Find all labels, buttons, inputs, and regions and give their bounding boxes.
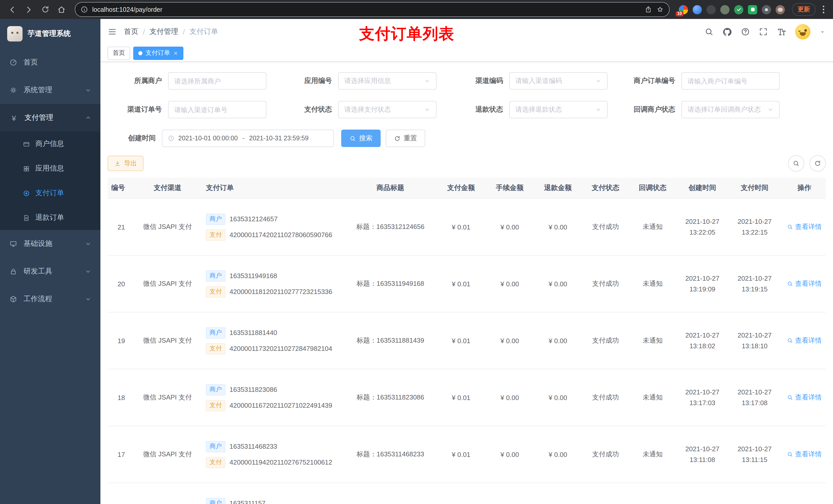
- cell-channel: 微信 JSAPI 支付: [136, 255, 199, 312]
- extension-chat-icon[interactable]: [748, 5, 757, 14]
- browser-reload-button[interactable]: [38, 2, 52, 17]
- cube-icon: [9, 295, 18, 303]
- cell-pay-time: 2021-10-2713:17:08: [729, 369, 781, 426]
- extension-drop-icon[interactable]: [693, 5, 702, 14]
- cell-create-time: 2021-10-2713:19:09: [676, 255, 729, 312]
- font-size-icon[interactable]: [777, 27, 786, 37]
- cell-pay-order: 商户1635312124657 支付4200001174202110278060…: [199, 198, 344, 255]
- browser-update-button[interactable]: 更新: [792, 3, 815, 16]
- url-text[interactable]: localhost:1024/pay/order: [92, 6, 640, 13]
- tab-home[interactable]: 首页: [108, 46, 130, 60]
- sidebar-item-payment[interactable]: ¥ 支付管理: [0, 104, 100, 131]
- cell-fee: [486, 483, 534, 504]
- screen: localhost:1024/pay/order 10 更新 芋道管理系统: [0, 0, 833, 504]
- sidebar-item-app-info[interactable]: 应用信息: [0, 156, 100, 181]
- address-bar[interactable]: localhost:1024/pay/order: [75, 2, 670, 17]
- pay-tag: 支付: [206, 229, 225, 240]
- pay-tag: 支付: [206, 343, 225, 354]
- browser-menu-icon[interactable]: [823, 6, 825, 13]
- merchant-order-no-input[interactable]: [681, 72, 780, 90]
- filter-label-pay-status: 支付状态: [266, 105, 338, 114]
- breadcrumb-payment[interactable]: 支付管理: [149, 27, 178, 37]
- table-row: 21 微信 JSAPI 支付 商户1635312124657 支付4200001…: [108, 198, 826, 255]
- sidebar-item-home[interactable]: 首页: [0, 49, 100, 76]
- table-tools: [788, 155, 826, 172]
- view-detail-link[interactable]: 查看详情: [787, 450, 822, 459]
- col-id: 编号: [108, 178, 136, 198]
- cell-actions: [781, 483, 826, 504]
- table-row: 16 微信 JSAPI 支付 商户1635311157 支付: [108, 483, 826, 504]
- app-title: 芋道管理系统: [28, 29, 71, 39]
- browser-chrome: localhost:1024/pay/order 10 更新: [0, 0, 833, 19]
- sidebar-item-system[interactable]: 系统管理: [0, 76, 100, 104]
- cell-pay-time: 2021-10-2713:22:15: [729, 198, 781, 255]
- reset-button[interactable]: 重置: [386, 129, 425, 147]
- breadcrumb-home[interactable]: 首页: [124, 27, 138, 37]
- chevron-down-icon: [85, 296, 91, 302]
- create-time-range-picker[interactable]: 2021-10-01 00:00:00 - 2021-10-31 23:59:5…: [162, 129, 334, 147]
- app-select[interactable]: 请选择应用信息: [338, 72, 436, 90]
- sidebar-toggle-icon[interactable]: [108, 27, 117, 37]
- export-button[interactable]: 导出: [108, 156, 143, 171]
- cell-amount: ¥ 0.01: [436, 198, 486, 255]
- cell-id: 20: [108, 255, 136, 312]
- view-detail-link[interactable]: 查看详情: [787, 336, 822, 345]
- user-avatar[interactable]: [795, 24, 810, 40]
- filter-label-refund-status: 退款状态: [436, 105, 509, 114]
- extension-check-icon[interactable]: [734, 5, 743, 14]
- card-icon: [23, 140, 30, 148]
- sidebar-item-workflow[interactable]: 工作流程: [0, 285, 100, 313]
- close-icon[interactable]: [173, 50, 178, 55]
- cell-fee: ¥ 0.00: [486, 312, 534, 369]
- channel-order-no-input[interactable]: [168, 101, 266, 118]
- refund-status-select[interactable]: 请选择退款状态: [509, 101, 608, 118]
- toggle-search-button[interactable]: [788, 155, 804, 172]
- avatar-caret-icon[interactable]: [819, 28, 826, 35]
- extension-pin-icon[interactable]: [762, 5, 771, 14]
- extension-olive-icon[interactable]: [720, 5, 730, 14]
- cell-pay-order: 商户1635311949168 支付4200001181202110277723…: [199, 255, 344, 312]
- cell-create-time: 2021-10-2713:18:02: [676, 312, 729, 369]
- fullscreen-icon[interactable]: [759, 27, 768, 37]
- merchant-tag: 商户: [206, 327, 225, 338]
- view-detail-link[interactable]: 查看详情: [787, 393, 822, 402]
- view-detail-link[interactable]: 查看详情: [787, 279, 822, 288]
- pay-status-select[interactable]: 请选择支付状态: [338, 101, 436, 118]
- view-detail-link[interactable]: 查看详情: [787, 222, 822, 232]
- payment-submenu: 商户信息 应用信息 支付订单 退款订单: [0, 131, 100, 230]
- date-start[interactable]: 2021-10-01 00:00:00: [178, 135, 238, 142]
- sidebar-item-pay-order[interactable]: 支付订单: [0, 181, 100, 206]
- sidebar-item-devtools[interactable]: 研发工具: [0, 258, 100, 285]
- help-icon[interactable]: [741, 27, 750, 37]
- notify-status-select[interactable]: 请选择订单回调商户状态: [681, 101, 780, 118]
- sidebar-item-refund-order[interactable]: 退款订单: [0, 206, 100, 230]
- chevron-down-icon: [767, 106, 774, 113]
- browser-forward-button[interactable]: [22, 2, 36, 17]
- breadcrumb: 首页 / 支付管理 / 支付订单: [124, 27, 218, 37]
- tab-pay-order[interactable]: 支付订单: [133, 46, 184, 60]
- github-icon[interactable]: [722, 27, 732, 37]
- merchant-input[interactable]: [168, 72, 266, 90]
- sidebar-item-merchant-info[interactable]: 商户信息: [0, 131, 100, 156]
- cell-pay-status: 支付成功: [582, 198, 629, 255]
- share-icon[interactable]: [644, 6, 652, 13]
- sidebar-item-infra[interactable]: 基础设施: [0, 230, 100, 258]
- search-icon[interactable]: [705, 27, 714, 37]
- cell-id: 17: [108, 426, 136, 483]
- col-amount: 支付金额: [436, 178, 486, 198]
- extension-dark-icon[interactable]: [707, 5, 716, 14]
- cell-refund: ¥ 0.00: [534, 426, 582, 483]
- date-end[interactable]: 2021-10-31 23:59:59: [249, 135, 309, 142]
- refresh-button[interactable]: [809, 155, 826, 172]
- col-notify-status: 回调状态: [629, 178, 676, 198]
- browser-home-button[interactable]: [54, 2, 69, 17]
- site-info-icon[interactable]: [80, 6, 88, 13]
- search-button[interactable]: 搜索: [341, 129, 381, 147]
- extension-colorful-icon[interactable]: 10: [679, 5, 688, 14]
- cell-refund: ¥ 0.00: [534, 369, 582, 426]
- header-actions: [705, 24, 826, 40]
- browser-back-button[interactable]: [5, 2, 20, 17]
- bookmark-star-icon[interactable]: [656, 6, 664, 13]
- extension-monkey-icon[interactable]: [776, 5, 785, 14]
- channel-code-select[interactable]: 请输入渠道编码: [509, 72, 608, 90]
